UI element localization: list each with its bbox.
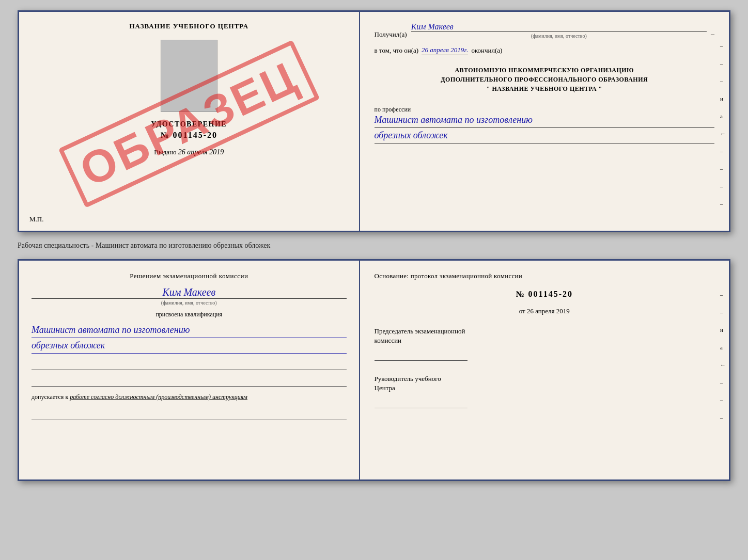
- top-document-spread: НАЗВАНИЕ УЧЕБНОГО ЦЕНТРА УДОСТОВЕРЕНИЕ №…: [18, 10, 730, 232]
- issued-date: 26 апреля 2019: [178, 148, 224, 156]
- protocol-number: № 001145-20: [375, 290, 714, 299]
- photo-placeholder: [161, 40, 217, 112]
- bottom-document-spread: Решением экзаменационной комиссии Ким Ма…: [18, 259, 730, 481]
- chairman-label2: комиссии: [375, 336, 714, 345]
- person-name: Ким Макеев: [32, 286, 347, 298]
- top-doc-right: Получил(а) Ким Макеев (фамилия, имя, отч…: [360, 12, 729, 231]
- dash-separator: –: [711, 30, 714, 39]
- director-signature-line: [375, 396, 467, 408]
- finished-label: окончил(а): [471, 46, 502, 55]
- qual-line1: Машинист автомата по изготовлению: [32, 324, 347, 338]
- prof-line2: обрезных обложек: [375, 129, 714, 143]
- director-block: Руководитель учебного Центра: [375, 374, 714, 408]
- blank-line-3: [32, 410, 347, 420]
- assigned-text: присвоена квалификация: [32, 311, 347, 318]
- date-row: в том, что он(а) 26 апреля 2019г. окончи…: [375, 46, 714, 55]
- blank-line-1: [32, 360, 347, 370]
- decision-text: Решением экзаменационной комиссии: [32, 271, 347, 281]
- caption-text: Рабочая специальность - Машинист автомат…: [18, 242, 270, 249]
- blank-line-2: [32, 376, 347, 387]
- qual-block: Машинист автомата по изготовлению обрезн…: [32, 324, 347, 354]
- chairman-label1: Председатель экзаменационной: [375, 327, 714, 336]
- basis-text: Основание: протокол экзаменационной коми…: [375, 271, 714, 281]
- org-line1: АВТОНОМНУЮ НЕКОММЕРЧЕСКУЮ ОРГАНИЗАЦИЮ: [375, 66, 714, 75]
- prof-label: по профессии: [375, 106, 714, 114]
- allowed-italic: работе согласно должностным (производств…: [70, 393, 247, 401]
- allowed-label: допускается к: [32, 393, 68, 401]
- org-block: АВТОНОМНУЮ НЕКОММЕРЧЕСКУЮ ОРГАНИЗАЦИЮ ДО…: [375, 66, 714, 93]
- bottom-doc-right: Основание: протокол экзаменационной коми…: [360, 261, 729, 479]
- side-dashes-right: – – и а ← – – –: [720, 292, 726, 421]
- protocol-date-label: от: [519, 307, 525, 315]
- cert-title: УДОСТОВЕРЕНИЕ: [151, 120, 227, 129]
- top-left-title: НАЗВАНИЕ УЧЕБНОГО ЦЕНТРА: [129, 22, 248, 30]
- person-sub-label: (фамилия, имя, отчество): [32, 298, 347, 306]
- handwritten-date: 26 апреля 2019г.: [422, 46, 468, 55]
- director-label1: Руководитель учебного: [375, 374, 714, 383]
- bottom-doc-left: Решением экзаменационной комиссии Ким Ма…: [19, 261, 360, 479]
- cert-number: № 001145-20: [160, 131, 217, 140]
- mp-label: М.П.: [29, 215, 43, 223]
- issued-row: Выдано 26 апреля 2019: [154, 148, 224, 156]
- director-label2: Центра: [375, 383, 714, 393]
- prof-line1: Машинист автомата по изготовлению: [375, 114, 714, 128]
- person-block: Ким Макеев (фамилия, имя, отчество): [32, 286, 347, 306]
- org-line3: " НАЗВАНИЕ УЧЕБНОГО ЦЕНТРА ": [375, 84, 714, 93]
- chairman-signature-line: [375, 348, 467, 361]
- recipient-label: Получил(а): [375, 30, 407, 39]
- recipient-sub-label: (фамилия, имя, отчество): [411, 33, 707, 39]
- allowed-block: допускается к работе согласно должностны…: [32, 393, 347, 402]
- org-line2: ДОПОЛНИТЕЛЬНОГО ПРОФЕССИОНАЛЬНОГО ОБРАЗО…: [375, 75, 714, 84]
- issued-label: Выдано: [154, 148, 176, 156]
- recipient-name: Ким Макеев: [411, 22, 707, 32]
- date-label: в том, что он(а): [375, 46, 419, 55]
- qual-line2: обрезных обложек: [32, 339, 347, 354]
- side-dashes: – – – и а ← – – – –: [720, 43, 726, 207]
- recipient-row: Получил(а) Ким Макеев (фамилия, имя, отч…: [375, 22, 714, 39]
- protocol-date-value: 26 апреля 2019: [527, 307, 570, 315]
- caption-row: Рабочая специальность - Машинист автомат…: [18, 241, 730, 251]
- chairman-block: Председатель экзаменационной комиссии: [375, 327, 714, 361]
- profession-block: по профессии Машинист автомата по изгото…: [375, 103, 714, 143]
- protocol-date: от 26 апреля 2019: [375, 307, 714, 315]
- top-doc-left: НАЗВАНИЕ УЧЕБНОГО ЦЕНТРА УДОСТОВЕРЕНИЕ №…: [19, 12, 360, 231]
